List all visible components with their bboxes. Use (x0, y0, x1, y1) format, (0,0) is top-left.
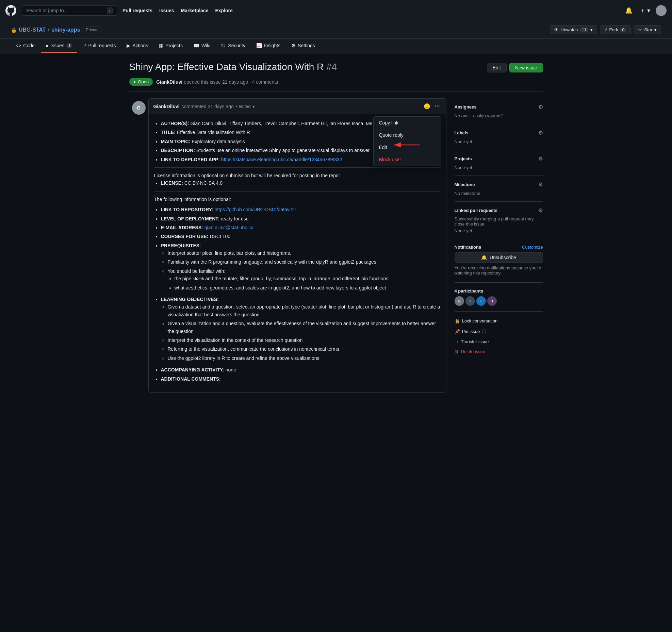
tab-settings[interactable]: ⚙ Settings (286, 39, 320, 53)
tab-insights-label: Insights (264, 43, 280, 48)
unwatch-button[interactable]: 👁 Unwatch 11 ▾ (550, 25, 597, 34)
copy-link-item[interactable]: Copy link (374, 117, 441, 129)
notifications-title: Notifications (455, 245, 481, 250)
tab-projects-label: Projects (165, 43, 183, 48)
participant-avatar-3[interactable]: I (476, 296, 486, 306)
issue-title: Shiny App: Effective Data Visualization … (129, 62, 337, 72)
more-options-button[interactable]: ··· (433, 102, 441, 111)
objectives-list: Given a dataset and a question, select a… (161, 303, 441, 362)
customize-notifications-link[interactable]: Customize (522, 245, 543, 250)
nav-marketplace[interactable]: Marketplace (181, 8, 209, 13)
transfer-icon: → (455, 339, 459, 344)
notifications-bell[interactable]: 🔔 (624, 5, 634, 16)
bell-icon: 🔔 (481, 255, 487, 260)
list-item: LEARNING OBJECTIVES: Given a dataset and… (161, 296, 441, 362)
issues-icon: ● (46, 43, 48, 48)
assignees-gear-icon[interactable]: ⚙ (538, 104, 543, 110)
sidebar-projects: Projects ⚙ None yet (455, 150, 543, 176)
tab-pull-requests[interactable]: ⑂ Pull requests (79, 39, 120, 53)
list-item: LEVEL OF DEPLOYMENT: ready for use (161, 215, 441, 222)
sidebar-linked-prs: Linked pull requests ⚙ Successfully merg… (455, 202, 543, 239)
comment-wrapper: G GiankDiluvi commented 21 days ago • ed… (148, 98, 446, 393)
top-nav: Search or jump to... / Pull requests Iss… (0, 0, 672, 21)
participants-row: G T I H (455, 296, 543, 306)
projects-title: Projects (455, 156, 472, 161)
quote-reply-item[interactable]: Quote reply (374, 129, 441, 141)
trash-icon: 🗑 (455, 349, 459, 354)
edit-comment-item[interactable]: Edit (374, 141, 441, 153)
new-issue-button[interactable]: New issue (509, 63, 543, 72)
tab-code[interactable]: <> Code (11, 39, 39, 53)
deployed-app-link[interactable]: https://statspace.elearning.ubc.ca/handl… (221, 157, 342, 162)
email-link[interactable]: gian.diluvi@stat.ubc.ca (204, 225, 253, 230)
pin-issue-link[interactable]: 📌 Pin issue ⓘ (455, 327, 543, 336)
issue-main: G GiankDiluvi commented 21 days ago • ed… (129, 98, 446, 398)
tab-actions[interactable]: ▶ Actions (122, 39, 153, 53)
list-item: what aesthetics, geometries, and scales … (175, 284, 441, 292)
participant-avatar-1[interactable]: G (455, 296, 464, 306)
milestone-title: Milestone (455, 182, 475, 187)
commenter-name[interactable]: GiankDiluvi (153, 104, 180, 109)
list-item: LICENSE: CC BY-NC-SA 4.0 (161, 179, 441, 187)
github-logo-icon[interactable] (5, 5, 16, 16)
repo-link[interactable]: https://github.com/UBC-DSCI/dataviz-r (215, 207, 296, 212)
comment-header-left: GiankDiluvi commented 21 days ago • edit… (153, 104, 255, 109)
tab-wiki[interactable]: 📖 Wiki (189, 39, 215, 53)
participant-avatar-4[interactable]: H (487, 296, 497, 306)
nav-issues[interactable]: Issues (159, 8, 174, 13)
fork-button[interactable]: ⑂ Fork 0 (600, 25, 631, 34)
search-bar[interactable]: Search or jump to... / (22, 5, 117, 16)
list-item: LINK TO REPOSITORY: https://github.com/U… (161, 206, 441, 213)
lock-conversation-link[interactable]: 🔒 Lock conversation (455, 317, 543, 325)
comment-edited-label: • edited (236, 104, 251, 109)
edit-title-button[interactable]: Edit (487, 63, 507, 72)
nav-pull-requests[interactable]: Pull requests (122, 8, 152, 13)
tab-code-label: Code (23, 43, 34, 48)
participant-avatar-2[interactable]: T (465, 296, 475, 306)
create-plus-button[interactable]: ＋ ▾ (638, 5, 652, 16)
projects-gear-icon[interactable]: ⚙ (538, 155, 543, 162)
lock-icon: 🔒 (455, 318, 460, 323)
transfer-issue-link[interactable]: → Transfer issue (455, 338, 543, 346)
labels-gear-icon[interactable]: ⚙ (538, 130, 543, 136)
list-item: the pipe %>% and the mutate, filter, gro… (175, 275, 441, 282)
list-item: Familiarity with the R programming langu… (168, 258, 441, 266)
prereq-list: Interpret scatter plots, line plots, bar… (161, 249, 441, 292)
security-icon: 🛡 (221, 43, 226, 48)
assignees-none: No one—assign yourself (455, 113, 503, 118)
nav-explore[interactable]: Explore (215, 8, 232, 13)
sub-nav: <> Code ● Issues 1 ⑂ Pull requests ▶ Act… (0, 39, 672, 53)
repo-name-link[interactable]: shiny-apps (51, 27, 80, 33)
user-avatar[interactable] (656, 5, 667, 16)
issue-author-link[interactable]: GiankDiluvi (156, 79, 182, 85)
optional-list: LINK TO REPOSITORY: https://github.com/U… (154, 206, 441, 383)
linked-prs-gear-icon[interactable]: ⚙ (538, 207, 543, 214)
tab-settings-label: Settings (298, 43, 315, 48)
copy-link-label: Copy link (379, 120, 399, 126)
milestone-gear-icon[interactable]: ⚙ (538, 181, 543, 188)
unsubscribe-button[interactable]: 🔔 Unsubscribe (455, 252, 543, 263)
list-item: Interpret scatter plots, line plots, bar… (168, 249, 441, 257)
license-info-text: License information is optional on submi… (154, 172, 441, 179)
block-user-label: Block user (379, 157, 401, 162)
tab-actions-label: Actions (132, 43, 148, 48)
issue-number: #4 (326, 62, 337, 72)
issue-sidebar: Assignees ⚙ No one—assign yourself Label… (455, 98, 543, 398)
insights-icon: 📈 (256, 43, 262, 48)
tab-insights[interactable]: 📈 Insights (251, 39, 285, 53)
block-user-item[interactable]: Block user (374, 153, 441, 166)
star-button[interactable]: ☆ Star ▾ (634, 25, 661, 34)
tab-security[interactable]: 🛡 Security (216, 39, 250, 53)
assignees-title: Assignees (455, 104, 477, 110)
sidebar-assignees: Assignees ⚙ No one—assign yourself (455, 98, 543, 124)
quote-reply-label: Quote reply (379, 132, 404, 138)
list-item: ADDITIONAL COMMENTS: (161, 375, 441, 383)
pr-icon: ⑂ (83, 43, 86, 48)
list-item: ACCOMPANYING ACTIVITY: none (161, 366, 441, 373)
repo-owner-link[interactable]: UBC-STAT (19, 27, 46, 33)
tab-issues[interactable]: ● Issues 1 (41, 39, 78, 53)
emoji-reaction-button[interactable]: 🙂 (422, 102, 432, 110)
delete-issue-link[interactable]: 🗑 Delete issue (455, 348, 543, 355)
tab-projects[interactable]: ▦ Projects (154, 39, 187, 53)
sidebar-labels: Labels ⚙ None yet (455, 124, 543, 150)
